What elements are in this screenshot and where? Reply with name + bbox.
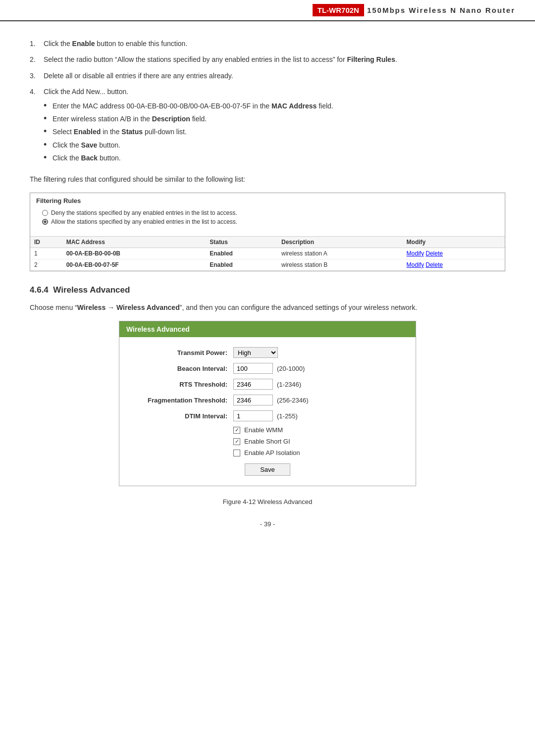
cell-status: Enabled xyxy=(206,248,277,259)
deny-option-label: Deny the stations specified by any enabl… xyxy=(51,209,237,216)
rts-threshold-label: RTS Threshold: xyxy=(134,381,233,388)
cell-status: Enabled xyxy=(206,259,277,270)
beacon-interval-input[interactable] xyxy=(233,363,273,374)
col-id: ID xyxy=(30,236,62,248)
dtim-hint: (1-255) xyxy=(277,412,298,420)
allow-option-label: Allow the stations specified by any enab… xyxy=(51,218,237,225)
checkbox-row-1: ✓ Enable Short GI xyxy=(233,438,401,445)
beacon-interval-hint: (20-1000) xyxy=(277,365,305,372)
deny-radio[interactable] xyxy=(42,210,48,216)
step-4: 4. Click the Add New... button. • Enter … xyxy=(30,86,505,165)
step-2: 2. Select the radio button “Allow the st… xyxy=(30,54,505,65)
allow-radio[interactable] xyxy=(42,219,48,225)
sub-bullet-4: • Click the Save button. xyxy=(44,140,505,151)
sub-bullet-3: • Select Enabled in the Status pull-down… xyxy=(44,126,505,137)
transmit-power-label: Transmit Power: xyxy=(134,349,233,356)
wa-body: Transmit Power: High Middle Low Beacon I… xyxy=(119,337,416,486)
cell-mac: 00-0A-EB-00-07-5F xyxy=(62,259,206,270)
step1-bold: Enable xyxy=(72,40,95,48)
dtim-label: DTIM Interval: xyxy=(134,412,233,420)
dtim-row: DTIM Interval: (1-255) xyxy=(134,410,401,421)
filtering-rules-box: Filtering Rules Deny the stations specif… xyxy=(30,193,505,271)
col-description: Description xyxy=(277,236,403,248)
table-header-row: ID MAC Address Status Description Modify xyxy=(30,236,505,248)
instruction-list: 1. Click the Enable button to enable thi… xyxy=(30,38,505,166)
cell-id: 1 xyxy=(30,248,62,259)
checkbox-2[interactable] xyxy=(233,450,240,456)
header-description: 150Mbps Wireless N Nano Router xyxy=(367,6,515,14)
modify-link[interactable]: Modify xyxy=(407,261,424,268)
step-3: 3. Delete all or disable all entries if … xyxy=(30,70,505,81)
radio-options: Deny the stations specified by any enabl… xyxy=(30,207,505,232)
transmit-power-row: Transmit Power: High Middle Low xyxy=(134,347,401,358)
cell-mac: 00-0A-EB-B0-00-0B xyxy=(62,248,206,259)
section-title: 4.6.4 Wireless Advanced xyxy=(30,285,505,295)
wa-title-bar: Wireless Advanced xyxy=(119,321,416,337)
sub-bullet-5: • Click the Back button. xyxy=(44,152,505,163)
step2-bold: Filtering Rules xyxy=(347,55,395,63)
page-header: TL-WR702N 150Mbps Wireless N Nano Router xyxy=(0,0,535,21)
cell-id: 2 xyxy=(30,259,62,270)
cell-modify: Modify Delete xyxy=(403,248,505,259)
save-button[interactable]: Save xyxy=(245,463,290,476)
sub-bullet-2: • Enter wireless station A/B in the Desc… xyxy=(44,113,505,124)
main-content: 1. Click the Enable button to enable thi… xyxy=(0,33,535,548)
checkbox-1[interactable]: ✓ xyxy=(233,438,240,445)
section-464: 4.6.4 Wireless Advanced Choose menu “Wir… xyxy=(30,285,505,505)
wa-checkboxes: ✓ Enable WMM ✓ Enable Short GI Enable AP… xyxy=(134,426,401,456)
filtering-rules-title: Filtering Rules xyxy=(30,193,505,207)
delete-link[interactable]: Delete xyxy=(426,261,443,268)
cell-description: wireless station A xyxy=(277,248,403,259)
table-row: 1 00-0A-EB-B0-00-0B Enabled wireless sta… xyxy=(30,248,505,259)
section-desc-bold: Wireless → Wireless Advanced xyxy=(77,303,180,311)
sub-bullet-list: • Enter the MAC address 00-0A-EB-B0-00-0… xyxy=(44,101,505,164)
rts-threshold-input[interactable] xyxy=(233,379,273,390)
beacon-interval-row: Beacon Interval: (20-1000) xyxy=(134,363,401,374)
wireless-advanced-panel: Wireless Advanced Transmit Power: High M… xyxy=(119,321,416,486)
page-number: - 39 - xyxy=(30,520,505,528)
fragmentation-hint: (256-2346) xyxy=(277,397,309,404)
cell-modify: Modify Delete xyxy=(403,259,505,270)
col-mac: MAC Address xyxy=(62,236,206,248)
filtering-rules-table: ID MAC Address Status Description Modify… xyxy=(30,236,505,271)
dtim-input[interactable] xyxy=(233,410,273,421)
section-description: Choose menu “Wireless → Wireless Advance… xyxy=(30,302,505,313)
table-row: 2 00-0A-EB-00-07-5F Enabled wireless sta… xyxy=(30,259,505,270)
transmit-power-select[interactable]: High Middle Low xyxy=(233,347,278,358)
checkbox-label-2: Enable AP Isolation xyxy=(244,449,300,456)
checkbox-label-1: Enable Short GI xyxy=(244,438,290,445)
delete-link[interactable]: Delete xyxy=(426,250,443,257)
checkbox-row-2: Enable AP Isolation xyxy=(233,449,401,456)
fragmentation-input[interactable] xyxy=(233,395,273,405)
beacon-interval-label: Beacon Interval: xyxy=(134,365,233,372)
allow-radio-row: Allow the stations specified by any enab… xyxy=(42,218,499,225)
checkbox-row-0: ✓ Enable WMM xyxy=(233,426,401,434)
fragmentation-label: Fragmentation Threshold: xyxy=(134,397,233,404)
wa-save-row: Save xyxy=(134,463,401,476)
fragmentation-row: Fragmentation Threshold: (256-2346) xyxy=(134,395,401,405)
col-modify: Modify xyxy=(403,236,505,248)
checkbox-label-0: Enable WMM xyxy=(244,426,283,434)
model-badge: TL-WR702N xyxy=(313,4,364,16)
figure-caption: Figure 4-12 Wireless Advanced xyxy=(223,498,313,505)
sub-bullet-1: • Enter the MAC address 00-0A-EB-B0-00-0… xyxy=(44,101,505,111)
modify-link[interactable]: Modify xyxy=(407,250,424,257)
rts-threshold-row: RTS Threshold: (1-2346) xyxy=(134,379,401,390)
filtering-intro: The filtering rules that configured shou… xyxy=(30,174,505,185)
col-status: Status xyxy=(206,236,277,248)
cell-description: wireless station B xyxy=(277,259,403,270)
deny-radio-row: Deny the stations specified by any enabl… xyxy=(42,209,499,216)
checkbox-0[interactable]: ✓ xyxy=(233,427,240,434)
step-1: 1. Click the Enable button to enable thi… xyxy=(30,38,505,49)
rts-threshold-hint: (1-2346) xyxy=(277,381,301,388)
